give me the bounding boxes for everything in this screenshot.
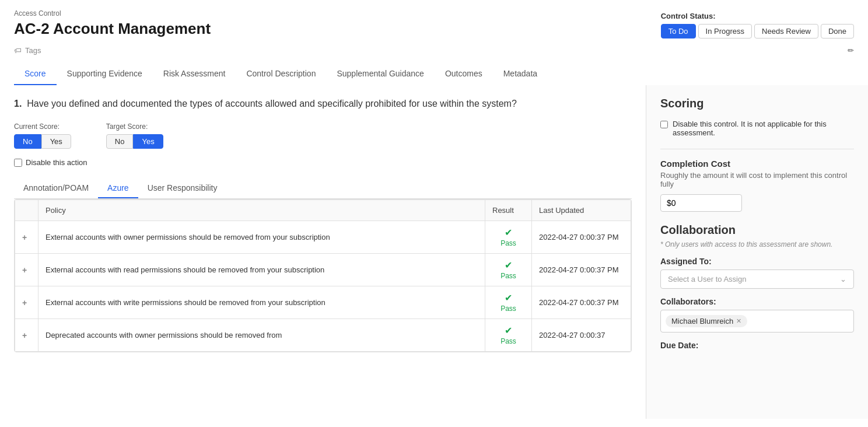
current-score-yes[interactable]: Yes [41, 134, 71, 149]
main-tabs: Score Supporting Evidence Risk Assessmen… [14, 63, 854, 85]
remove-collaborator-0[interactable]: ✕ [736, 317, 741, 325]
tab-supporting-evidence[interactable]: Supporting Evidence [57, 63, 153, 85]
completion-cost-desc: Roughly the amount it will cost to imple… [660, 171, 854, 188]
subtab-annotation[interactable]: Annotation/POAM [14, 178, 98, 198]
disable-action-checkbox[interactable] [14, 159, 22, 167]
last-updated-4: 2022-04-27 0:00:37 [532, 319, 631, 352]
divider-1 [660, 149, 854, 149]
cost-input[interactable]: $0 [660, 194, 742, 212]
collaborator-name-0: Michael Blumreich [671, 317, 733, 326]
current-score-no[interactable]: No [14, 134, 41, 149]
result-badge-4: ✔ Pass [492, 325, 524, 345]
scoring-title: Scoring [660, 97, 854, 110]
tags-edit-button[interactable]: ✏ [848, 46, 854, 55]
completion-cost-title: Completion Cost [660, 159, 854, 169]
dropdown-chevron-icon: ⌄ [840, 275, 846, 284]
question-number: 1. [14, 99, 22, 108]
collaboration-note: * Only users with access to this assessm… [660, 240, 854, 249]
row-expand-2[interactable]: + [22, 265, 27, 275]
tag-icon: 🏷 [14, 46, 22, 55]
score-row: Current Score: No Yes Target Score: No Y… [14, 123, 632, 149]
question-body: Have you defined and documented the type… [27, 99, 517, 108]
tab-score[interactable]: Score [14, 63, 57, 85]
tags-label: Tags [25, 46, 41, 55]
last-updated-1: 2022-04-27 0:00:37 PM [532, 221, 631, 254]
policy-text-4: Deprecated accounts with owner permissio… [38, 319, 485, 352]
pass-label-3: Pass [501, 304, 516, 313]
tab-metadata[interactable]: Metadata [493, 63, 548, 85]
policy-text-2: External accounts with read permissions … [38, 254, 485, 286]
subtabs: Annotation/POAM Azure User Responsibilit… [14, 178, 632, 199]
collaborator-tag-0: Michael Blumreich ✕ [666, 315, 747, 327]
table-row: + External accounts with owner permissio… [15, 221, 631, 254]
policy-text-3: External accounts with write permissions… [38, 286, 485, 319]
status-needsreview-button[interactable]: Needs Review [754, 24, 818, 38]
disable-control-checkbox[interactable] [660, 121, 668, 128]
col-result: Result [485, 200, 532, 221]
pass-icon-2: ✔ [505, 260, 512, 271]
subtab-user-responsibility[interactable]: User Responsibility [138, 178, 227, 198]
control-status-label: Control Status: [661, 12, 854, 20]
question-text: 1. Have you defined and documented the t… [14, 97, 632, 111]
left-panel: 1. Have you defined and documented the t… [0, 85, 646, 419]
policy-table-wrapper: Policy Result Last Updated + External ac… [14, 199, 632, 352]
status-buttons: To Do In Progress Needs Review Done [661, 24, 854, 38]
result-badge-2: ✔ Pass [492, 260, 524, 280]
disable-control-row: Disable this control. It is not applicab… [660, 120, 854, 137]
status-inprogress-button[interactable]: In Progress [698, 24, 752, 38]
status-todo-button[interactable]: To Do [661, 24, 696, 38]
policy-table: Policy Result Last Updated + External ac… [15, 200, 631, 352]
disable-action-label: Disable this action [26, 158, 88, 167]
tab-supplemental-guidance[interactable]: Supplemental Guidance [326, 63, 434, 85]
pass-icon-3: ✔ [505, 292, 512, 303]
result-badge-3: ✔ Pass [492, 292, 524, 313]
assign-user-dropdown[interactable]: Select a User to Assign ⌄ [660, 270, 854, 289]
disable-control-label: Disable this control. It is not applicab… [673, 120, 854, 137]
pass-label-2: Pass [501, 272, 516, 280]
collaborator-tags: Michael Blumreich ✕ [660, 310, 854, 332]
disable-action-row: Disable this action [14, 158, 632, 167]
table-row: + Deprecated accounts with owner permiss… [15, 319, 631, 352]
collaborators-label: Collaborators: [660, 297, 854, 306]
pass-label-4: Pass [501, 337, 516, 345]
tab-outcomes[interactable]: Outcomes [435, 63, 493, 85]
current-score-group: Current Score: No Yes [14, 123, 71, 149]
col-expand [15, 200, 38, 221]
target-score-group: Target Score: No Yes [106, 123, 163, 149]
tab-control-description[interactable]: Control Description [236, 63, 326, 85]
assigned-to-label: Assigned To: [660, 257, 854, 266]
table-row: + External accounts with write permissio… [15, 286, 631, 319]
col-last-updated: Last Updated [532, 200, 631, 221]
table-row: + External accounts with read permission… [15, 254, 631, 286]
row-expand-3[interactable]: + [22, 298, 27, 307]
pass-icon-4: ✔ [505, 325, 512, 336]
policy-text-1: External accounts with owner permissions… [38, 221, 485, 254]
last-updated-2: 2022-04-27 0:00:37 PM [532, 254, 631, 286]
pass-icon-1: ✔ [505, 227, 512, 238]
status-done-button[interactable]: Done [821, 24, 854, 38]
right-panel: Scoring Disable this control. It is not … [646, 85, 868, 419]
pass-label-1: Pass [501, 239, 516, 247]
current-score-buttons: No Yes [14, 134, 71, 149]
last-updated-3: 2022-04-27 0:00:37 PM [532, 286, 631, 319]
subtab-azure[interactable]: Azure [98, 178, 138, 198]
tab-risk-assessment[interactable]: Risk Assessment [153, 63, 236, 85]
assign-placeholder: Select a User to Assign [668, 275, 746, 284]
collaboration-title: Collaboration [660, 223, 854, 237]
target-score-label: Target Score: [106, 123, 163, 131]
current-score-label: Current Score: [14, 123, 71, 131]
control-status-section: Control Status: To Do In Progress Needs … [661, 12, 854, 38]
target-score-buttons: No Yes [106, 134, 163, 149]
col-policy: Policy [38, 200, 485, 221]
target-score-no[interactable]: No [106, 134, 134, 149]
result-badge-1: ✔ Pass [492, 227, 524, 247]
due-date-label: Due Date: [660, 341, 854, 350]
row-expand-1[interactable]: + [22, 233, 27, 242]
target-score-yes[interactable]: Yes [133, 134, 163, 149]
row-expand-4[interactable]: + [22, 331, 27, 340]
